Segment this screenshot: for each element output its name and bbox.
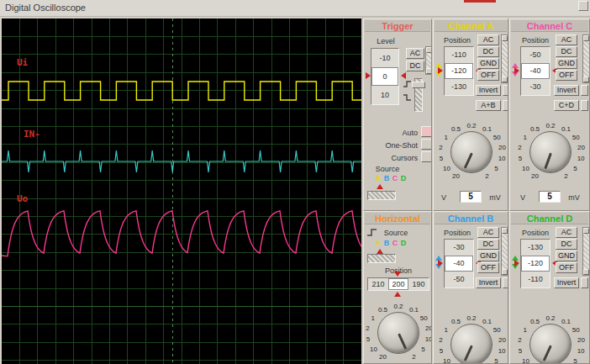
position-value: -130 bbox=[521, 240, 550, 256]
invert-toggle[interactable] bbox=[503, 85, 508, 96]
invert-toggle[interactable] bbox=[581, 85, 588, 96]
rising-edge-icon bbox=[403, 80, 412, 88]
source-b[interactable]: B bbox=[382, 174, 391, 182]
trigger-dc-button[interactable]: DC bbox=[406, 61, 424, 71]
edge-slider-handle[interactable] bbox=[412, 82, 425, 88]
scroll-down-icon[interactable] bbox=[583, 76, 589, 82]
horizontal-source-slider[interactable] bbox=[367, 254, 396, 263]
invert-button[interactable]: Invert bbox=[476, 277, 501, 288]
coupling-dc-button[interactable]: DC bbox=[477, 239, 499, 250]
knob-scale-label: 20 bbox=[498, 144, 506, 151]
knob-dial[interactable] bbox=[377, 312, 419, 354]
scale-knob[interactable]: 0.50.20.1125102050201052 bbox=[434, 113, 508, 191]
source-b[interactable]: B bbox=[382, 239, 391, 247]
knob-scale-label: 1 bbox=[523, 133, 526, 140]
sum-toggle[interactable] bbox=[503, 100, 508, 111]
scroll-up-icon[interactable] bbox=[583, 35, 589, 41]
coupling-off-button[interactable]: OFF bbox=[477, 262, 499, 273]
scroll-up-icon[interactable] bbox=[502, 35, 508, 41]
coupling-gnd-button[interactable]: GND bbox=[556, 58, 577, 69]
sum-a-b-button[interactable]: A+B bbox=[476, 100, 501, 111]
level-marker-right bbox=[401, 72, 406, 79]
trigger-source-letters: A B C D bbox=[374, 174, 408, 182]
knob-scale-label: 10 bbox=[577, 347, 585, 355]
position-selector[interactable]: -130 -120 -110 bbox=[520, 239, 550, 288]
knob-dial[interactable] bbox=[450, 324, 493, 364]
coupling-off-button[interactable]: OFF bbox=[556, 70, 577, 81]
knob-scale-label: 10 bbox=[522, 165, 529, 172]
coupling-gnd-button[interactable]: GND bbox=[556, 251, 577, 261]
horizontal-position-selector[interactable]: 210 200 190 bbox=[367, 277, 429, 291]
level-label: Level bbox=[367, 36, 404, 46]
invert-toggle[interactable] bbox=[581, 277, 588, 288]
scroll-up-icon[interactable] bbox=[583, 228, 589, 234]
scroll-down-icon[interactable] bbox=[502, 269, 508, 275]
knob-scale-label: 10 bbox=[522, 357, 529, 364]
invert-button[interactable]: Invert bbox=[554, 85, 579, 96]
trigger-scrollbar[interactable] bbox=[425, 46, 432, 75]
knob-dial[interactable] bbox=[529, 131, 572, 173]
knob-dial[interactable] bbox=[529, 324, 572, 364]
trigger-level-selector[interactable]: -10 0 10 bbox=[371, 48, 399, 105]
coupling-dc-button[interactable]: DC bbox=[556, 239, 577, 250]
knob-scale-label: 5 bbox=[366, 335, 370, 343]
source-c[interactable]: C bbox=[391, 174, 399, 182]
coupling-ac-button[interactable]: AC bbox=[477, 227, 499, 238]
channel-d-scrollbar[interactable] bbox=[582, 227, 590, 276]
invert-toggle[interactable] bbox=[503, 277, 508, 288]
timebase-knob[interactable]: 0.50.20.1125102050201052 bbox=[364, 294, 432, 364]
channel-a-header: Channel A bbox=[435, 20, 507, 32]
position-selector[interactable]: -50 -40 -30 bbox=[520, 46, 550, 96]
trigger-section: Trigger Level -10 0 10 AC DC Auto One-Sh… bbox=[363, 18, 432, 211]
channel-a-scrollbar[interactable] bbox=[501, 34, 508, 83]
scale-knob[interactable]: 0.50.20.1125102050201052 bbox=[513, 113, 588, 191]
channel-b-scrollbar[interactable] bbox=[501, 227, 508, 276]
sum-c-d-button[interactable]: C+D bbox=[554, 100, 579, 111]
cursors-button[interactable] bbox=[421, 151, 432, 162]
auto-button[interactable] bbox=[421, 126, 432, 137]
scroll-down-icon[interactable] bbox=[502, 76, 508, 82]
coupling-ac-button[interactable]: AC bbox=[556, 227, 577, 238]
invert-button[interactable]: Invert bbox=[476, 85, 501, 96]
falling-edge-icon bbox=[403, 93, 412, 102]
source-a[interactable]: A bbox=[374, 174, 382, 182]
coupling-gnd-button[interactable]: GND bbox=[477, 58, 499, 69]
knob-scale-label: 2 bbox=[564, 171, 567, 179]
position-selector[interactable]: -30 -40 -50 bbox=[444, 239, 474, 288]
knob-scale-label: 1 bbox=[444, 133, 447, 140]
coupling-ac-button[interactable]: AC bbox=[477, 34, 499, 45]
scroll-up-icon[interactable] bbox=[426, 47, 432, 53]
coupling-dc-button[interactable]: DC bbox=[477, 46, 499, 57]
coupling-dc-button[interactable]: DC bbox=[556, 46, 577, 57]
trigger-source-slider[interactable] bbox=[367, 191, 396, 200]
channel-a-section: Channel A Position -110 -120 -130 AC DC … bbox=[433, 18, 508, 211]
channel-c-scrollbar[interactable] bbox=[582, 34, 590, 83]
source-c[interactable]: C bbox=[391, 239, 399, 247]
channel-c-header: Channel C bbox=[511, 20, 588, 32]
position-selector[interactable]: -110 -120 -130 bbox=[444, 46, 474, 96]
scroll-down-icon[interactable] bbox=[583, 269, 589, 275]
scroll-down-icon[interactable] bbox=[426, 68, 432, 74]
coupling-off-button[interactable]: OFF bbox=[556, 262, 577, 273]
knob-scale-label: 0.5 bbox=[530, 125, 540, 133]
knob-scale-label: 10 bbox=[425, 335, 432, 343]
knob-scale-label: 5 bbox=[494, 165, 498, 172]
coupling-gnd-button[interactable]: GND bbox=[477, 251, 499, 261]
coupling-off-button[interactable]: OFF bbox=[477, 70, 499, 81]
source-d[interactable]: D bbox=[399, 239, 408, 247]
trigger-ac-button[interactable]: AC bbox=[406, 48, 424, 59]
invert-button[interactable]: Invert bbox=[554, 277, 579, 288]
knob-scale-label: 5 bbox=[573, 165, 577, 172]
source-a[interactable]: A bbox=[374, 239, 382, 247]
coupling-ac-button[interactable]: AC bbox=[556, 34, 577, 45]
source-d[interactable]: D bbox=[399, 174, 408, 182]
knob-dial[interactable] bbox=[450, 131, 493, 173]
one-shot-button[interactable] bbox=[421, 139, 432, 150]
knob-scale-label: 2 bbox=[518, 336, 521, 344]
window-corner-button[interactable] bbox=[578, 1, 588, 11]
scale-knob[interactable]: 0.50.20.1125102050201052 bbox=[513, 306, 588, 364]
scale-knob[interactable]: 0.50.20.1125102050201052 bbox=[434, 306, 508, 364]
position-value-selected: -120 bbox=[521, 256, 550, 272]
sum-toggle[interactable] bbox=[581, 100, 588, 111]
scroll-up-icon[interactable] bbox=[502, 228, 508, 234]
